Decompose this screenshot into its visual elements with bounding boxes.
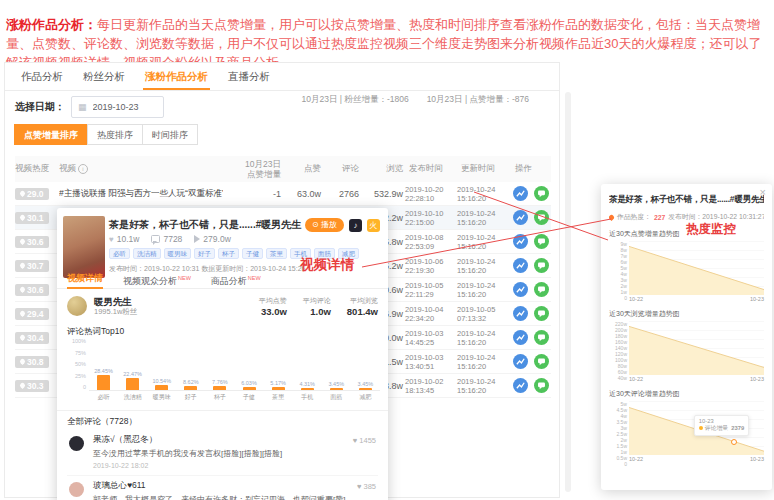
heat-score: 30.6 [27,285,44,295]
bar [126,378,139,390]
comments-button[interactable] [534,234,549,249]
heat-badge-cell: 30.7 [15,260,59,272]
author-avatar[interactable] [67,296,87,316]
flame-icon [19,334,26,341]
trend-plot [629,321,764,375]
heat-trend-button[interactable] [513,378,528,393]
tab-粉丝分析[interactable]: 粉丝分析 [73,63,135,90]
date-picker[interactable]: ▦ [71,96,164,118]
main-tabbar: 作品分析粉丝分析涨粉作品分析直播分析 [5,63,559,91]
col-likes: 点赞 [283,163,323,175]
heart-icon: ♥ [109,235,114,244]
video-tag[interactable]: 子健 [242,248,263,259]
heat-trend-button[interactable] [513,186,528,201]
heat-trend-button[interactable] [513,282,528,297]
popup-tab-视频详情[interactable]: 视频详情 [67,271,103,289]
flame-icon [19,358,26,365]
heat-score-badge: 30.3 [15,380,49,392]
table-row[interactable]: 29.0#主播说联播 阳强与西方一些人玩“双重标准”：总有一天会把规则玩坏，把信… [15,182,551,206]
col-views: 浏览 [361,163,405,175]
heat-score-badge: 30.6 [15,284,49,296]
comments-button[interactable] [534,330,549,345]
comment-date: 2019-10-22 18:02 [93,462,378,469]
published-cell: 2019-10-0422:34:20 [405,305,457,323]
chart-tooltip: 10-23评论增量 2379 [694,415,749,436]
comments-button[interactable] [534,306,549,321]
info-icon: i [78,164,88,174]
comments-button[interactable] [534,282,549,297]
heat-trend-button[interactable] [513,234,528,249]
y-tick: 75% [75,350,86,356]
douyin-icon[interactable]: ♪ [349,219,362,232]
published-cell: 2019-10-1022:15:00 [405,209,457,227]
play-button[interactable]: ⊙ 播放 [305,218,344,232]
comments-button[interactable] [534,210,549,225]
col-heat: 视频热度 [15,163,59,175]
area-chart [629,321,764,375]
heat-trend-button[interactable] [513,306,528,321]
comment-text: 郭老师，我大概是空了，来经中有许多财；别忘记四海，也帮问重要[赞] [93,495,378,500]
heat-score-badge: 30.4 [15,332,49,344]
video-tag[interactable]: 必听 [109,248,130,259]
avg-stat: 平均评论1.0w [303,296,331,317]
comments-button[interactable] [534,258,549,273]
author-name: 暖男先生 [94,296,137,307]
video-tag[interactable]: 洗洁精 [133,248,161,259]
col-video: 视频i [59,163,223,175]
video-tag[interactable]: 暖男味 [164,248,192,259]
tab-直播分析[interactable]: 直播分析 [218,63,280,90]
col-increment: 10月23日点赞增量 [223,159,283,179]
heat-score: 29.4 [27,309,44,319]
tab-作品分析[interactable]: 作品分析 [11,63,73,90]
comments-button[interactable] [534,354,549,369]
bar [330,388,343,390]
action-cell [509,234,551,249]
popup-tab-商品分析[interactable]: 商品分析NEW [211,271,261,289]
sort-时间排序[interactable]: 时间排序 [142,124,198,145]
heat-trend-button[interactable] [513,210,528,225]
x-tick: 10-22 [629,296,643,302]
published-cell: 2019-10-0313:40:51 [405,353,457,371]
heat-trend-button[interactable] [513,258,528,273]
avg-value: 33.0w [259,306,287,317]
trend-chart-views_trend: 近30天浏览增量趋势图220w200w180w160w140w120w100w8… [609,309,764,382]
trend-y-axis: 220w200w180w160w140w120w100w80w60w40w [609,321,629,375]
published-cell: 2019-10-0314:45:25 [405,329,457,347]
close-icon[interactable]: × [760,186,766,198]
trend-x-axis: 10-2210-23 [629,376,764,382]
heat-score: 30.6 [27,237,44,247]
published-cell: 2019-10-2022:28:10 [405,185,457,203]
heat-score: 30.4 [27,333,44,343]
updated-cell: 2019-10-0507:13:32 [457,305,509,323]
sort-点赞增量排序[interactable]: 点赞增量排序 [14,124,88,145]
bar [243,387,256,390]
date-input[interactable] [91,101,157,113]
bar-category-label: 减肥 [359,393,371,402]
comments-button[interactable] [534,186,549,201]
y-tick: 25% [75,373,86,379]
sort-热度排序[interactable]: 热度排序 [87,124,143,145]
bar-value-label: 8.62% [183,379,199,385]
heat-score: 29.0 [27,189,44,199]
heat-badge-cell: 30.6 [15,236,59,248]
popup-tab-视频观众分析[interactable]: 视频观众分析NEW [123,271,191,289]
huoshan-icon[interactable]: 火 [367,219,380,232]
video-thumbnail[interactable] [63,216,105,278]
scrollbar[interactable] [565,92,571,492]
avg-label: 平均评论 [303,296,331,306]
heat-badge-cell: 30.1 [15,212,59,224]
video-tag[interactable]: 好子 [194,248,215,259]
avg-stat: 平均浏览801.4w [347,296,378,317]
bar-column: 28.45%必听 [89,338,118,404]
heat-score: 30.3 [27,381,44,391]
heat-score: 30.8 [27,357,44,367]
heat-trend-button[interactable] [513,354,528,369]
updated-cell: 2019-10-2415:16:20 [457,329,509,347]
video-tag[interactable]: 杯子 [218,248,239,259]
tab-涨粉作品分析[interactable]: 涨粉作品分析 [135,63,218,90]
comments-button[interactable] [534,378,549,393]
updated-cell: 2019-10-2415:16:20 [457,185,509,203]
bar-value-label: 6.03% [241,380,257,386]
video-tag[interactable]: 茶里 [266,248,287,259]
heat-trend-button[interactable] [513,330,528,345]
